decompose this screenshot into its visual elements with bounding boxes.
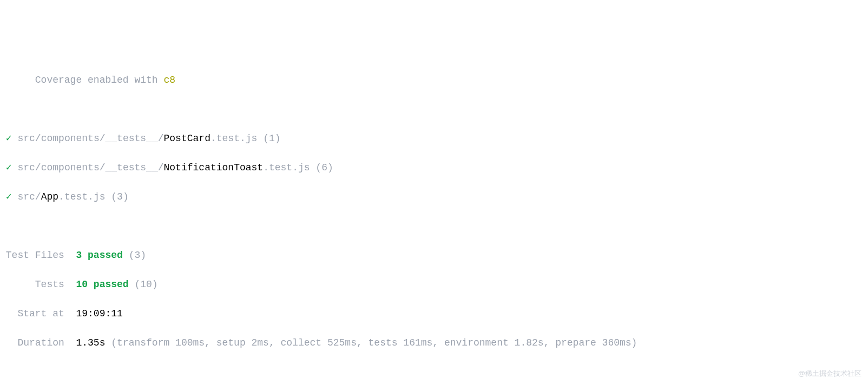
file-path: src/ <box>17 191 41 202</box>
file-path: src/components/__tests__/ <box>17 133 163 144</box>
blank-line <box>0 219 868 234</box>
test-file-row: ✓ src/components/__tests__/NotificationT… <box>0 161 868 175</box>
file-suffix: .test.js (1) <box>211 133 281 144</box>
file-suffix: .test.js (3) <box>58 191 129 202</box>
check-icon: ✓ <box>6 191 12 202</box>
test-file-row: ✓ src/App.test.js (3) <box>0 190 868 204</box>
blank-line <box>0 365 868 380</box>
file-suffix: .test.js (6) <box>263 162 333 173</box>
duration-value: 1.35s <box>76 337 105 348</box>
passed-count: 10 passed <box>76 279 128 290</box>
file-name: PostCard <box>164 133 211 144</box>
coverage-enabled-line: Coverage enabled with c8 <box>0 73 868 88</box>
start-time: 19:09:11 <box>76 308 122 319</box>
passed-count: 3 passed <box>76 250 122 261</box>
test-file-row: ✓ src/components/__tests__/PostCard.test… <box>0 131 868 146</box>
duration-breakdown: (transform 100ms, setup 2ms, collect 525… <box>105 337 637 348</box>
watermark: @稀土掘金技术社区 <box>798 368 862 379</box>
coverage-prefix: Coverage enabled with <box>35 75 164 85</box>
blank-line <box>0 102 868 117</box>
summary-duration: Duration 1.35s (transform 100ms, setup 2… <box>0 336 868 350</box>
file-name: NotificationToast <box>164 162 264 173</box>
summary-test-files: Test Files 3 passed (3) <box>0 248 868 263</box>
terminal-output: Coverage enabled with c8 ✓ src/component… <box>0 58 868 385</box>
summary-tests: Tests 10 passed (10) <box>0 277 868 292</box>
summary-start: Start at 19:09:11 <box>0 307 868 321</box>
check-icon: ✓ <box>6 162 12 173</box>
check-icon: ✓ <box>6 133 12 144</box>
file-name: App <box>41 191 58 202</box>
coverage-tool: c8 <box>163 75 175 85</box>
file-path: src/components/__tests__/ <box>17 162 163 173</box>
